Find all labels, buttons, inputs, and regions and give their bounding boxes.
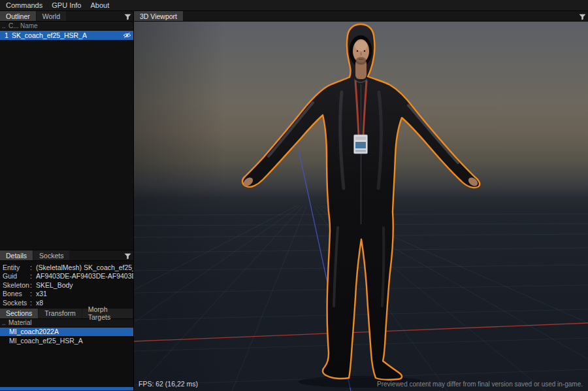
prop-separator [30,264,36,271]
left-eye [357,50,358,52]
outliner-panel: Outliner World .. C... Name 1 SK_coach_e… [0,11,133,250]
menu-item-gpu-info[interactable]: GPU Info [47,1,86,10]
prop-value: x31 [36,290,133,298]
tab-sockets[interactable]: Sockets [33,250,69,260]
viewport-panel: 3D Viewport [134,11,588,391]
prop-label: Entity [0,264,30,271]
material-header-label: Material [8,319,32,326]
left-panel: Outliner World .. C... Name 1 SK_coach_e… [0,11,134,391]
scrollbar-thumb[interactable] [0,387,133,390]
material-name: MI_coach2022A [0,328,59,335]
tab-3d-viewport[interactable]: 3D Viewport [134,11,183,21]
viewport-disclaimer: Previewed content may differ from final … [377,381,583,388]
property-list: Entity(SkeletalMesh) SK_coach_ef25_HSR_A… [0,261,133,309]
row-name: SK_coach_ef25_HSR_A [10,31,87,39]
prop-label: Guid [0,272,30,280]
prop-separator [30,281,36,289]
tab-world[interactable]: World [37,11,66,21]
outliner-row-skeletal-mesh[interactable]: 1 SK_coach_ef25_HSR_A [0,31,133,40]
menu-item-about[interactable]: About [86,1,114,10]
viewport-scene[interactable]: FPS: 62 (16,22 ms) Previewed content may… [134,22,588,391]
column-header-c: C... [8,22,20,29]
prop-label: Skeleton [0,281,30,289]
material-header-prefix: .. [0,319,8,326]
outliner-column-header: .. C... Name [0,22,133,31]
axis-line-red [134,323,588,341]
column-header-id: .. [0,22,8,29]
prop-separator [30,272,36,280]
main-content: Outliner World .. C... Name 1 SK_coach_e… [0,11,588,391]
prop-label: Bones [0,290,30,298]
prop-row-skeleton: SkeletonSKEL_Body [0,280,133,290]
prop-separator [30,299,36,307]
prop-separator [30,290,36,298]
filter-icon[interactable] [578,13,586,20]
prop-row-guid: GuidAF9403DE-AF9403DE-AF9403DE-AF940 [0,272,133,281]
details-subtabbar: Sections Transform Morph Targets [0,309,133,319]
forehead-highlight [355,41,367,51]
horizontal-scrollbar[interactable] [0,386,133,391]
details-panel: Details Sockets Entity(SkeletalMesh) SK_… [0,250,133,391]
prop-value: AF9403DE-AF9403DE-AF9403DE-AF940 [36,272,133,280]
material-row-mi-coach2022a[interactable]: MI_coach2022A [0,328,133,337]
filter-icon[interactable] [123,13,131,20]
filter-icon[interactable] [123,252,131,260]
column-header-name: Name [20,22,38,29]
prop-value: SKEL_Body [36,281,133,289]
viewport-tabbar: 3D Viewport [134,11,588,22]
prop-row-bones: Bonesx31 [0,290,133,299]
outliner-empty-area[interactable] [0,40,133,250]
material-row-mi-coach-ef25[interactable]: MI_coach_ef25_HSR_A [0,336,133,345]
tab-morph-targets[interactable]: Morph Targets [82,309,133,318]
id-badge [354,135,368,154]
tab-outliner[interactable]: Outliner [0,11,36,21]
prop-value: (SkeletalMesh) SK_coach_ef25_HSR_A [36,264,133,271]
tab-details[interactable]: Details [0,250,33,260]
prop-row-entity: Entity(SkeletalMesh) SK_coach_ef25_HSR_A [0,263,133,272]
fps-counter: FPS: 62 (16,22 ms) [139,380,198,388]
tab-sections[interactable]: Sections [0,309,38,318]
row-index: 1 [0,31,10,39]
beard-shadow [355,57,367,65]
tab-transform[interactable]: Transform [39,309,81,318]
character-model[interactable] [242,24,480,380]
details-empty-area [0,345,133,387]
right-eye [364,50,365,52]
scene-render [134,22,588,391]
app-window: Commands GPU Info About Outliner World .… [0,0,588,391]
material-name: MI_coach_ef25_HSR_A [0,337,83,345]
details-tabbar: Details Sockets [0,250,133,261]
menu-item-commands[interactable]: Commands [1,1,47,10]
outliner-tabbar: Outliner World [0,11,133,22]
menubar: Commands GPU Info About [0,0,588,11]
prop-label: Sockets [0,299,30,307]
eye-slash-icon[interactable] [123,32,131,39]
